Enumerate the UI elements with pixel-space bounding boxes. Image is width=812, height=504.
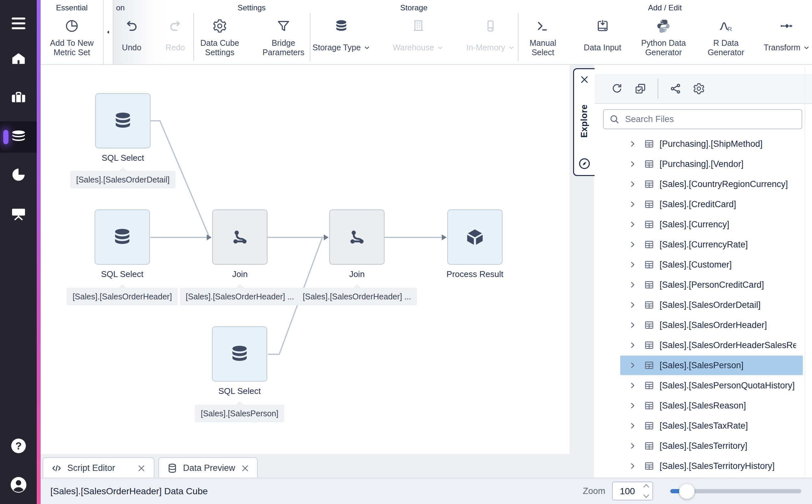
python-data-generator-button[interactable]: Python Data Generator bbox=[637, 17, 690, 59]
node-label: SQL Select bbox=[101, 269, 144, 279]
chevron-right-icon[interactable] bbox=[628, 260, 637, 269]
tab-data-preview[interactable]: Data Preview bbox=[158, 457, 258, 478]
table-icon bbox=[644, 199, 654, 209]
add-to-new-metric-set-button[interactable]: Add To New Metric Set bbox=[43, 17, 101, 59]
file-row-selected[interactable]: [Sales].[SalesPerson] bbox=[594, 355, 812, 375]
zoom-slider-thumb[interactable] bbox=[679, 484, 695, 499]
hamburger-icon bbox=[11, 17, 26, 30]
chevron-right-icon[interactable] bbox=[628, 200, 637, 208]
ribbon-collapse-button[interactable] bbox=[103, 0, 113, 64]
chevron-right-icon[interactable] bbox=[628, 160, 637, 168]
account-button[interactable] bbox=[0, 469, 37, 500]
sidebar-item-metric-sets[interactable] bbox=[0, 159, 37, 190]
file-name: [Sales].[Customer] bbox=[660, 260, 796, 270]
node-process-result[interactable] bbox=[447, 209, 502, 265]
data-input-button[interactable]: Data Input bbox=[581, 17, 624, 59]
pie-chart-icon bbox=[64, 17, 79, 35]
warehouse-dropdown[interactable]: Warehouse bbox=[390, 17, 446, 59]
storage-type-dropdown[interactable]: Storage Type bbox=[310, 17, 373, 59]
file-row[interactable]: [Sales].[SalesPersonQuotaHistory] bbox=[594, 375, 812, 396]
zoom-decrease-icon[interactable] bbox=[643, 494, 650, 499]
table-icon bbox=[644, 400, 654, 411]
chevron-right-icon[interactable] bbox=[628, 341, 637, 349]
chevron-right-icon[interactable] bbox=[628, 301, 637, 309]
redo-button[interactable]: Redo bbox=[159, 17, 191, 59]
node-sql-select-1[interactable] bbox=[95, 93, 150, 148]
node-sql-select-2[interactable] bbox=[95, 209, 150, 265]
zoom-value-input[interactable] bbox=[613, 482, 642, 500]
node-tooltip: [Sales].[SalesOrderHeader] ... bbox=[297, 288, 417, 305]
gear-icon[interactable] bbox=[693, 82, 705, 95]
button-label: Redo bbox=[165, 36, 185, 59]
join-icon bbox=[347, 227, 367, 247]
file-row[interactable]: [Sales].[PersonCreditCard] bbox=[594, 275, 812, 295]
undo-icon bbox=[124, 17, 139, 35]
toolbar-section-add-edit: Add / Edit Manual Select Data Input bbox=[518, 0, 812, 64]
manual-select-button[interactable]: Manual Select bbox=[518, 17, 568, 59]
file-row[interactable]: [Sales].[SalesTerritoryHistory] bbox=[594, 456, 812, 476]
file-row[interactable]: [Sales].[CurrencyRate] bbox=[594, 234, 812, 255]
batch-check-icon[interactable] bbox=[634, 82, 647, 95]
file-row[interactable]: [Sales].[CountryRegionCurrency] bbox=[594, 174, 812, 194]
python-icon bbox=[656, 17, 671, 35]
close-icon[interactable] bbox=[241, 464, 250, 473]
chevron-right-icon[interactable] bbox=[628, 442, 637, 450]
gear-icon bbox=[212, 17, 227, 35]
join-icon bbox=[230, 227, 250, 247]
file-row[interactable]: [Sales].[SalesOrderDetail] bbox=[594, 295, 812, 315]
close-icon[interactable] bbox=[579, 74, 590, 85]
file-row[interactable]: [Sales].[SalesTerritory] bbox=[594, 436, 812, 456]
chevron-right-icon[interactable] bbox=[628, 401, 637, 410]
file-row[interactable]: [Sales].[SalesOrderHeader] bbox=[594, 315, 812, 335]
bridge-parameters-button[interactable]: Bridge Parameters bbox=[258, 17, 310, 59]
help-button[interactable]: ? bbox=[0, 430, 37, 461]
node-sql-select-3[interactable] bbox=[212, 326, 267, 382]
chevron-right-icon[interactable] bbox=[628, 361, 637, 370]
chevron-right-icon[interactable] bbox=[628, 180, 637, 188]
undo-button[interactable]: Undo bbox=[116, 17, 147, 59]
r-data-generator-button[interactable]: R R Data Generator bbox=[704, 17, 748, 59]
zoom-slider[interactable] bbox=[670, 489, 801, 493]
chevron-right-icon[interactable] bbox=[628, 220, 637, 229]
search-icon bbox=[609, 114, 620, 125]
node-label: SQL Select bbox=[102, 153, 144, 163]
file-row[interactable]: [Sales].[CreditCard] bbox=[594, 194, 812, 214]
chevron-right-icon[interactable] bbox=[628, 140, 637, 148]
data-cube-canvas[interactable]: SQL Select [Sales].[SalesOrderDetail] SQ… bbox=[41, 64, 569, 454]
explore-tab[interactable]: Explore bbox=[573, 68, 594, 176]
file-row[interactable]: [Purchasing].[ShipMethod] bbox=[594, 134, 812, 154]
chevron-right-icon[interactable] bbox=[628, 462, 637, 470]
sidebar-item-presentations[interactable] bbox=[0, 198, 37, 229]
sidebar-item-projects[interactable] bbox=[0, 82, 37, 113]
file-row[interactable]: [Sales].[SalesOrderHeaderSalesReason] bbox=[594, 335, 812, 355]
tab-script-editor[interactable]: Script Editor bbox=[43, 457, 154, 478]
chevron-right-icon[interactable] bbox=[628, 381, 637, 390]
file-name: [Sales].[CurrencyRate] bbox=[660, 240, 796, 250]
funnel-icon bbox=[276, 17, 291, 35]
file-row[interactable]: [Sales].[SalesTaxRate] bbox=[594, 416, 812, 436]
menu-button[interactable] bbox=[0, 8, 37, 39]
data-cube-settings-button[interactable]: Data Cube Settings bbox=[194, 17, 246, 59]
share-icon[interactable] bbox=[669, 82, 682, 95]
chevron-right-icon[interactable] bbox=[628, 321, 637, 329]
file-row[interactable]: [Sales].[SalesReason] bbox=[594, 396, 812, 416]
refresh-icon[interactable] bbox=[611, 82, 623, 95]
sidebar-item-data-cubes[interactable] bbox=[0, 121, 37, 153]
transform-dropdown[interactable]: Transform bbox=[762, 17, 812, 59]
chevron-right-icon[interactable] bbox=[628, 422, 637, 430]
database-icon bbox=[334, 17, 349, 35]
chevron-right-icon[interactable] bbox=[628, 240, 637, 249]
close-icon[interactable] bbox=[137, 464, 146, 473]
file-row[interactable]: [Sales].[Customer] bbox=[594, 255, 812, 275]
sidebar-item-home[interactable] bbox=[0, 43, 37, 74]
node-join-1[interactable] bbox=[212, 209, 268, 265]
zoom-increase-icon[interactable] bbox=[643, 483, 650, 488]
chevron-right-icon[interactable] bbox=[628, 281, 637, 289]
node-join-2[interactable] bbox=[329, 209, 385, 265]
file-row[interactable]: [Sales].[Currency] bbox=[594, 214, 812, 234]
file-row[interactable]: [Purchasing].[Vendor] bbox=[594, 154, 812, 174]
in-memory-dropdown[interactable]: In-Memory bbox=[463, 17, 518, 59]
zoom-value-stepper bbox=[612, 482, 653, 500]
button-label: Data Cube Settings bbox=[194, 36, 246, 59]
search-files-input[interactable] bbox=[625, 114, 796, 125]
